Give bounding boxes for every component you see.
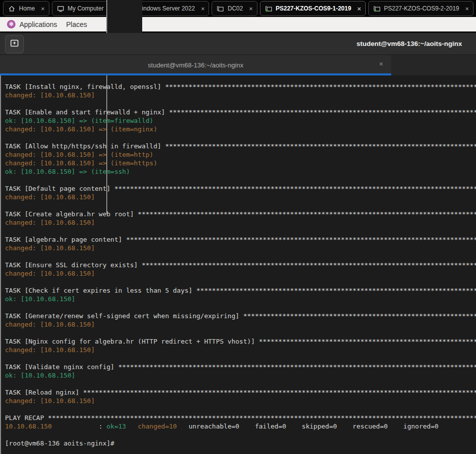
- terminal-line: TASK [Validate nginx config] ***********…: [5, 363, 476, 371]
- console-tab-ps227-kzos-cos9-2-2019[interactable]: PS227-KZOS-COS9-2-2019×: [368, 1, 474, 16]
- terminal-line: ok: [10.10.68.150]: [5, 295, 476, 303]
- terminal-line: TASK [Ensure SSL directory exists] *****…: [5, 261, 476, 269]
- terminal-line: [5, 176, 476, 184]
- terminal-line: 10.10.68.150 : ok=13 changed=10 unreacha…: [5, 422, 476, 431]
- active-tab-indicator: [0, 73, 391, 75]
- applications-menu-icon: ✻: [7, 20, 15, 28]
- console-tab-dc02[interactable]: DC02×: [212, 1, 257, 16]
- close-tab-icon[interactable]: ×: [249, 5, 253, 12]
- close-tab-icon[interactable]: ×: [201, 5, 205, 12]
- terminal-line: TASK [algebra.hr page content] *********…: [5, 235, 476, 244]
- terminal-line: TASK [Check if cert expires in less than…: [5, 286, 476, 295]
- terminal-line: TASK [Enable and start firewalld + nginx…: [5, 108, 476, 116]
- terminal-line: changed: [10.10.68.150]: [5, 244, 476, 252]
- terminal-line: changed: [10.10.68.150] => (item=http): [5, 150, 476, 159]
- terminal-line: [5, 405, 476, 414]
- console-tab-label: Home: [19, 5, 35, 12]
- console-tab-ps227-kzos-cos9-1-2019[interactable]: PS227-KZOS-COS9-1-2019×: [260, 1, 366, 16]
- terminal-tab-title: student@vm68-136:~/aoits-nginx: [148, 61, 243, 69]
- console-tab-label: PS227-KZOS-COS9-2-2019: [384, 5, 460, 12]
- console-tab-label: Windows Server 2022: [136, 5, 195, 12]
- terminal-line: [5, 354, 476, 363]
- terminal-tab-strip: student@vm68-136:~/aoits-nginx ×: [0, 55, 476, 75]
- close-tab-icon[interactable]: ×: [357, 5, 361, 12]
- terminal-line: ok: [10.10.68.150] => (item=firewalld): [5, 116, 476, 125]
- window-icon: [217, 5, 224, 12]
- window-play-icon: [373, 5, 381, 12]
- terminal-line: [root@vm68-136 aoits-nginx]#: [5, 439, 476, 448]
- terminal-line: TASK [Allow http/https/ssh in firewalld]…: [5, 142, 476, 150]
- terminal-line: TASK [Reload nginx] ********************…: [5, 388, 476, 397]
- console-tab-home[interactable]: Home×: [3, 1, 49, 16]
- close-tab-icon[interactable]: ×: [465, 5, 469, 12]
- terminal-line: changed: [10.10.68.150]: [5, 91, 476, 99]
- terminal-line: ok: [10.10.68.150] => (item=ssh): [5, 167, 476, 176]
- menu-item-terminal[interactable]: Terminal: [106, 0, 143, 214]
- terminal-line: changed: [10.10.68.150]: [5, 193, 476, 201]
- terminal-line: [5, 329, 476, 337]
- console-tab-label: PS227-KZOS-COS9-1-2019: [276, 5, 351, 12]
- console-tab-label: My Computer: [68, 5, 104, 12]
- window-play-icon: [265, 5, 272, 12]
- terminal-output[interactable]: TASK [Install nginx, firewalld, openssl]…: [0, 75, 476, 454]
- menu-item-places[interactable]: Places: [66, 20, 87, 28]
- terminal-line: PLAY RECAP *****************************…: [5, 414, 476, 422]
- terminal-line: changed: [10.10.68.150]: [5, 269, 476, 278]
- terminal-line: [5, 201, 476, 210]
- menu-item-applications[interactable]: Applications: [19, 20, 57, 28]
- terminal-line: [5, 252, 476, 261]
- home-icon: [8, 5, 15, 12]
- terminal-line: [5, 278, 476, 286]
- terminal-tab[interactable]: student@vm68-136:~/aoits-nginx ×: [0, 55, 391, 75]
- terminal-line: changed: [10.10.68.150] => (item=nginx): [5, 125, 476, 133]
- console-tab-label: DC02: [228, 5, 243, 12]
- terminal-line: [5, 380, 476, 388]
- new-tab-icon: [9, 38, 19, 50]
- terminal-line: [5, 303, 476, 312]
- terminal-line: TASK [Create algebra.hr web root] ******…: [5, 210, 476, 218]
- terminal-line: changed: [10.10.68.150]: [5, 320, 476, 329]
- close-tab-icon[interactable]: ×: [41, 5, 45, 12]
- terminal-line: changed: [10.10.68.150] => (item=https): [5, 159, 476, 167]
- terminal-line: ok: [10.10.68.150]: [5, 371, 476, 380]
- terminal-line: [5, 431, 476, 439]
- terminal-line: TASK [Default page content] ************…: [5, 184, 476, 193]
- terminal-line: TASK [Nginx config for algebra.hr (HTTP …: [5, 337, 476, 346]
- terminal-line: TASK [Install nginx, firewalld, openssl]…: [5, 82, 476, 91]
- terminal-line: changed: [10.10.68.150]: [5, 218, 476, 227]
- menu-bar: ✻ Applications Places Terminal: [0, 17, 476, 31]
- terminal-line: [5, 99, 476, 108]
- terminal-line: [5, 227, 476, 235]
- close-icon[interactable]: ×: [379, 60, 383, 67]
- monitor-icon: [57, 5, 64, 12]
- terminal-line: changed: [10.10.68.150]: [5, 397, 476, 405]
- terminal-line: TASK [Generate/renew self-signed cert wh…: [5, 312, 476, 320]
- terminal-window-header: student@vm68-136:~/aoits-nginx: [0, 33, 476, 55]
- terminal-line: changed: [10.10.68.150]: [5, 346, 476, 354]
- terminal-line: [5, 133, 476, 142]
- terminal-window-title: student@vm68-136:~/aoits-nginx: [356, 33, 462, 54]
- new-terminal-tab-button[interactable]: [5, 35, 24, 53]
- console-tab-bar: Home×My Computer×Windows Server 2022×DC0…: [0, 0, 476, 17]
